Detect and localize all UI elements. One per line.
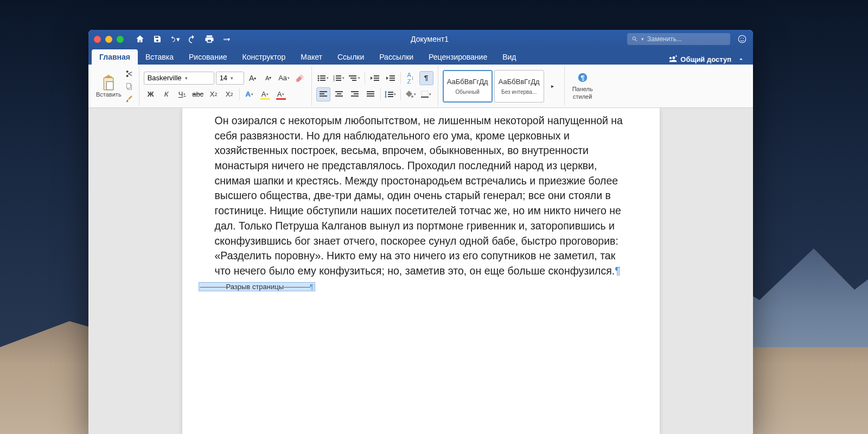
maximize-window-button[interactable] <box>117 36 124 43</box>
search-placeholder: Заменить... <box>647 35 682 43</box>
change-case-button[interactable]: Aa▾ <box>277 71 291 85</box>
tab-design[interactable]: Конструктор <box>235 49 293 65</box>
font-color-button[interactable]: A▾ <box>274 87 288 101</box>
bullets-button[interactable]: ▾ <box>316 71 330 85</box>
align-center-button[interactable] <box>332 87 346 101</box>
home-icon[interactable] <box>135 34 145 44</box>
collapse-ribbon-icon[interactable] <box>736 54 746 65</box>
share-button[interactable]: + Общий доступ <box>668 55 731 63</box>
body-paragraph[interactable]: Он озирался с некоторым любопытством, не… <box>215 113 627 279</box>
share-person-icon: + <box>668 55 677 63</box>
svg-rect-33 <box>337 93 341 94</box>
bold-button[interactable]: Ж <box>144 87 158 101</box>
page[interactable]: Он озирался с некоторым любопытством, не… <box>182 108 660 434</box>
customize-qat-icon[interactable]: ═▾ <box>221 34 232 44</box>
subscript-button[interactable]: X2 <box>207 87 221 101</box>
word-window: ▾ ═▾ Документ1 ▾ Заменить... Главная Вст… <box>88 30 753 434</box>
tab-insert[interactable]: Вставка <box>138 49 181 65</box>
search-box[interactable]: ▾ Заменить... <box>627 33 730 45</box>
align-left-button[interactable] <box>316 87 330 101</box>
line-spacing-button[interactable]: ▾ <box>384 87 398 101</box>
titlebar: ▾ ═▾ Документ1 ▾ Заменить... <box>88 30 753 48</box>
window-controls <box>94 36 124 43</box>
borders-icon <box>421 91 429 98</box>
paragraph-mark-icon: ¶ <box>615 265 620 277</box>
tab-view[interactable]: Вид <box>495 49 524 65</box>
document-title: Документ1 <box>232 35 627 43</box>
minimize-window-button[interactable] <box>105 36 112 43</box>
show-marks-button[interactable]: ¶ <box>419 71 433 85</box>
text-effects-button[interactable]: A▾ <box>242 87 257 101</box>
font-size-combo[interactable]: 14▾ <box>216 72 244 85</box>
copy-button[interactable] <box>124 81 135 91</box>
increase-indent-button[interactable] <box>384 71 398 85</box>
format-painter-button[interactable] <box>124 94 135 104</box>
shading-button[interactable]: ▾ <box>404 87 418 101</box>
search-icon <box>631 36 638 42</box>
indent-icon <box>386 74 395 82</box>
svg-rect-36 <box>354 93 359 94</box>
justify-button[interactable] <box>363 87 378 101</box>
svg-rect-34 <box>335 95 343 97</box>
sort-button[interactable]: AZ↓ <box>404 71 418 85</box>
svg-rect-42 <box>388 94 393 95</box>
decrease-indent-button[interactable] <box>368 71 382 85</box>
svg-rect-20 <box>349 75 356 76</box>
svg-rect-45 <box>421 97 429 98</box>
svg-text:+: + <box>675 55 677 58</box>
svg-rect-40 <box>367 95 374 97</box>
align-right-button[interactable] <box>348 87 362 101</box>
svg-rect-39 <box>367 93 374 94</box>
svg-rect-17 <box>336 78 341 79</box>
svg-rect-28 <box>390 80 395 81</box>
cut-button[interactable] <box>124 69 135 79</box>
close-window-button[interactable] <box>94 36 101 43</box>
ribbon-tabs: Главная Вставка Рисование Конструктор Ма… <box>88 48 753 65</box>
tab-review[interactable]: Рецензирование <box>421 49 495 65</box>
styles-pane-button[interactable]: ¶ Панель стилей <box>569 72 596 100</box>
bullets-icon <box>317 74 326 82</box>
font-name-combo[interactable]: Baskerville▾ <box>144 72 214 85</box>
svg-rect-31 <box>320 95 327 97</box>
increase-font-button[interactable]: A▴ <box>246 71 260 85</box>
svg-rect-19 <box>336 80 341 81</box>
strikethrough-button[interactable]: abc <box>191 87 205 101</box>
line-spacing-icon <box>385 91 393 98</box>
svg-point-1 <box>741 38 742 39</box>
svg-point-10 <box>318 77 320 79</box>
underline-button[interactable]: Ч▾ <box>175 87 189 101</box>
multilevel-list-button[interactable]: ▾ <box>348 71 362 85</box>
document-area[interactable]: Он озирался с некоторым любопытством, не… <box>88 108 753 434</box>
style-normal[interactable]: АаБбВвГгДд Обычный <box>443 70 493 103</box>
tab-mailings[interactable]: Рассылки <box>372 49 421 65</box>
superscript-button[interactable]: X2 <box>222 87 237 101</box>
highlight-button[interactable]: A▾ <box>258 87 272 101</box>
paste-button[interactable]: Вставить <box>96 75 122 98</box>
font-group: Baskerville▾ 14▾ A▴ A▾ Aa▾ Ж К Ч▾ abc X2… <box>139 66 312 106</box>
save-icon[interactable] <box>152 34 163 44</box>
tab-layout[interactable]: Макет <box>293 49 330 65</box>
undo-icon[interactable]: ▾ <box>169 34 180 44</box>
svg-rect-24 <box>374 78 379 79</box>
print-icon[interactable] <box>204 34 215 44</box>
svg-point-8 <box>318 75 320 76</box>
italic-button[interactable]: К <box>159 87 174 101</box>
styles-more-button[interactable]: ▸ <box>546 70 560 103</box>
svg-text:¶: ¶ <box>580 74 584 82</box>
feedback-icon[interactable] <box>737 34 748 44</box>
tab-references[interactable]: Ссылки <box>330 49 372 65</box>
svg-rect-22 <box>352 80 356 81</box>
decrease-font-button[interactable]: A▾ <box>261 71 276 85</box>
borders-button[interactable]: ▾ <box>419 87 433 101</box>
tab-draw[interactable]: Рисование <box>181 49 235 65</box>
tab-home[interactable]: Главная <box>92 49 138 65</box>
svg-rect-41 <box>388 92 393 93</box>
page-break-marker[interactable]: ————Разрыв страницы————¶ <box>199 282 316 291</box>
numbering-button[interactable]: 123▾ <box>332 71 346 85</box>
style-no-spacing[interactable]: АаБбВвГгДд Без интерва... <box>494 70 544 103</box>
quick-access-toolbar: ▾ ═▾ <box>135 34 232 44</box>
svg-rect-29 <box>320 91 327 92</box>
redo-icon[interactable] <box>187 34 197 44</box>
numbering-icon: 123 <box>333 74 342 82</box>
clear-formatting-button[interactable] <box>293 71 307 85</box>
